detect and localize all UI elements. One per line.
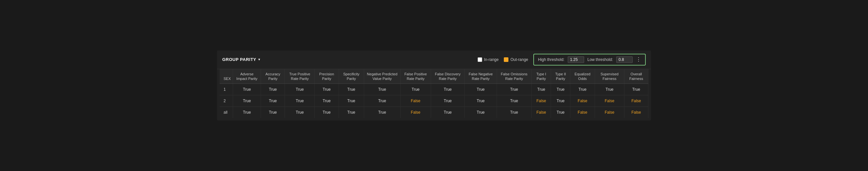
- cell-type1: False: [531, 95, 551, 107]
- table-wrapper: SEXAdverse Impact ParityAccuracy ParityT…: [217, 69, 651, 121]
- cell-equalized_odds: False: [570, 107, 595, 118]
- col-header-accuracy: Accuracy Parity: [261, 69, 285, 84]
- cell-adverse_impact: True: [233, 107, 261, 118]
- cell-supervised_fairness: False: [595, 107, 624, 118]
- col-header-false_discovery_rate: False Discovery Rate Parity: [431, 69, 464, 84]
- cell-equalized_odds: True: [570, 84, 595, 95]
- cell-specificity: True: [339, 84, 364, 95]
- panel-title: GROUP PARITY: [222, 57, 256, 62]
- cell-false_negative_rate: True: [464, 95, 497, 107]
- cell-false_omissions_rate: True: [497, 95, 531, 107]
- col-header-false_positive_rate: False Positive Rate Parity: [400, 69, 431, 84]
- col-header-negative_predicted: Negative Predicted Value Parity: [364, 69, 400, 84]
- in-range-legend: In-range: [477, 57, 499, 62]
- more-options-icon[interactable]: ⋮: [636, 56, 641, 63]
- high-threshold-label: High threshold:: [538, 57, 564, 62]
- low-threshold-label: Low threshold:: [587, 57, 613, 62]
- out-range-icon: [504, 57, 508, 62]
- cell-type1: True: [531, 84, 551, 95]
- cell-sex: all: [220, 107, 233, 118]
- cell-precision: True: [315, 95, 339, 107]
- cell-false_omissions_rate: True: [497, 84, 531, 95]
- header-left: GROUP PARITY ▾: [222, 57, 260, 62]
- cell-false_positive_rate: False: [400, 95, 431, 107]
- cell-accuracy: True: [261, 107, 285, 118]
- cell-overall_fairness: False: [624, 95, 648, 107]
- cell-equalized_odds: False: [570, 95, 595, 107]
- cell-accuracy: True: [261, 95, 285, 107]
- table-row: 1TrueTrueTrueTrueTrueTrueTrueTrueTrueTru…: [220, 84, 648, 95]
- cell-adverse_impact: True: [233, 84, 261, 95]
- out-range-label: Out-range: [510, 57, 528, 62]
- threshold-section: High threshold: Low threshold: ⋮: [533, 54, 646, 66]
- table-header-row: SEXAdverse Impact ParityAccuracy ParityT…: [220, 69, 648, 84]
- cell-type2: True: [551, 84, 570, 95]
- cell-type2: True: [551, 107, 570, 118]
- cell-false_negative_rate: True: [464, 84, 497, 95]
- header-right: In-range Out-range High threshold: Low t…: [477, 54, 646, 66]
- cell-negative_predicted: True: [364, 107, 400, 118]
- table-row: allTrueTrueTrueTrueTrueTrueFalseTrueTrue…: [220, 107, 648, 118]
- cell-true_positive_rate: True: [285, 84, 315, 95]
- cell-false_discovery_rate: True: [431, 95, 464, 107]
- col-header-supervised_fairness: Supervised Fairness: [595, 69, 624, 84]
- panel-header: GROUP PARITY ▾ In-range Out-range High t…: [217, 50, 651, 69]
- cell-sex: 2: [220, 95, 233, 107]
- table-body: 1TrueTrueTrueTrueTrueTrueTrueTrueTrueTru…: [220, 84, 648, 118]
- col-header-equalized_odds: Equalized Odds: [570, 69, 595, 84]
- cell-supervised_fairness: False: [595, 95, 624, 107]
- col-header-type1: Type I Parity: [531, 69, 551, 84]
- cell-precision: True: [315, 107, 339, 118]
- col-header-precision: Precision Parity: [315, 69, 339, 84]
- cell-false_omissions_rate: True: [497, 107, 531, 118]
- cell-supervised_fairness: True: [595, 84, 624, 95]
- cell-accuracy: True: [261, 84, 285, 95]
- cell-true_positive_rate: True: [285, 107, 315, 118]
- cell-overall_fairness: False: [624, 107, 648, 118]
- cell-false_discovery_rate: True: [431, 107, 464, 118]
- cell-precision: True: [315, 84, 339, 95]
- col-header-false_negative_rate: False Negative Rate Parity: [464, 69, 497, 84]
- high-threshold-input[interactable]: [568, 56, 584, 63]
- in-range-icon: [477, 57, 482, 62]
- cell-false_positive_rate: False: [400, 107, 431, 118]
- group-parity-panel: GROUP PARITY ▾ In-range Out-range High t…: [217, 50, 651, 121]
- cell-negative_predicted: True: [364, 95, 400, 107]
- cell-type1: False: [531, 107, 551, 118]
- col-header-sex: SEX: [220, 69, 233, 84]
- col-header-type2: Type II Parity: [551, 69, 570, 84]
- parity-table: SEXAdverse Impact ParityAccuracy ParityT…: [220, 69, 648, 118]
- cell-negative_predicted: True: [364, 84, 400, 95]
- col-header-adverse_impact: Adverse Impact Parity: [233, 69, 261, 84]
- cell-type2: True: [551, 95, 570, 107]
- cell-overall_fairness: True: [624, 84, 648, 95]
- col-header-true_positive_rate: True Positive Rate Parity: [285, 69, 315, 84]
- cell-specificity: True: [339, 107, 364, 118]
- cell-false_positive_rate: True: [400, 84, 431, 95]
- in-range-label: In-range: [484, 57, 499, 62]
- chevron-down-icon[interactable]: ▾: [258, 57, 260, 62]
- out-range-legend: Out-range: [504, 57, 528, 62]
- col-header-false_omissions_rate: False Omissions Rate Parity: [497, 69, 531, 84]
- cell-adverse_impact: True: [233, 95, 261, 107]
- col-header-overall_fairness: Overall Fairness: [624, 69, 648, 84]
- cell-false_discovery_rate: True: [431, 84, 464, 95]
- cell-true_positive_rate: True: [285, 95, 315, 107]
- col-header-specificity: Specificity Parity: [339, 69, 364, 84]
- cell-sex: 1: [220, 84, 233, 95]
- cell-specificity: True: [339, 95, 364, 107]
- table-row: 2TrueTrueTrueTrueTrueTrueFalseTrueTrueTr…: [220, 95, 648, 107]
- low-threshold-input[interactable]: [616, 56, 633, 63]
- cell-false_negative_rate: True: [464, 107, 497, 118]
